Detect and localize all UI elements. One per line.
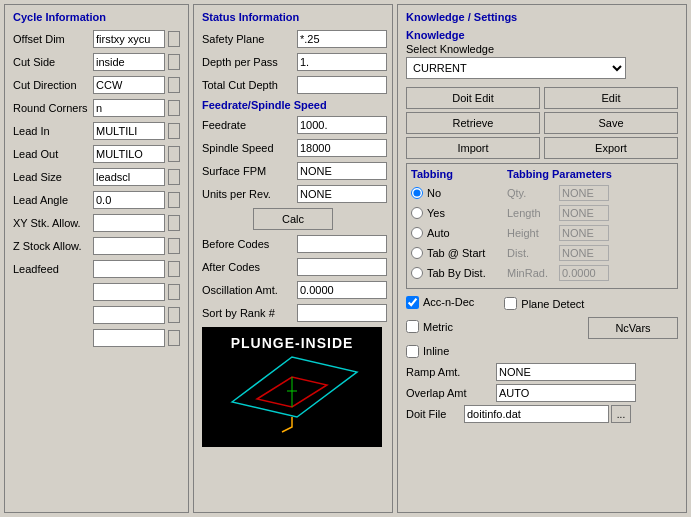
- after-codes-label: After Codes: [202, 261, 297, 273]
- extra-check-2[interactable]: [168, 307, 180, 323]
- feedrate-title: Feedrate/Spindle Speed: [202, 99, 384, 111]
- nc-vars-button[interactable]: NcVars: [588, 317, 678, 339]
- doit-file-browse-button[interactable]: ...: [611, 405, 631, 423]
- qty-row: Qty.: [507, 184, 673, 202]
- minrad-label: MinRad.: [507, 267, 559, 279]
- cut-direction-check[interactable]: [168, 77, 180, 93]
- tab-no-label: No: [427, 187, 441, 199]
- doit-file-input[interactable]: [464, 405, 609, 423]
- acc-ndec-check[interactable]: [406, 296, 419, 309]
- oscillation-amt-input[interactable]: [297, 281, 387, 299]
- total-cut-input[interactable]: [297, 76, 387, 94]
- height-input[interactable]: [559, 225, 609, 241]
- spindle-speed-input[interactable]: [297, 139, 387, 157]
- knowledge-select[interactable]: CURRENT: [406, 57, 626, 79]
- metric-check[interactable]: [406, 320, 419, 333]
- tab-no-radio[interactable]: [411, 187, 423, 199]
- calc-button[interactable]: Calc: [253, 208, 333, 230]
- leadfeed-check[interactable]: [168, 261, 180, 277]
- doit-edit-button[interactable]: Doit Edit: [406, 87, 540, 109]
- offset-dim-input[interactable]: [93, 30, 165, 48]
- metric-label: Metric: [423, 321, 453, 333]
- length-input[interactable]: [559, 205, 609, 221]
- xy-stk-input[interactable]: [93, 214, 165, 232]
- safety-plane-input[interactable]: [297, 30, 387, 48]
- sort-rank-input[interactable]: [297, 304, 387, 322]
- cut-direction-row: Cut Direction: [13, 75, 180, 95]
- doit-file-row: Doit File ...: [406, 405, 678, 423]
- dist-input[interactable]: [559, 245, 609, 261]
- feedrate-input[interactable]: [297, 116, 387, 134]
- tabbing-options: Tabbing No Yes Auto Tab @ Start: [411, 168, 501, 284]
- lead-size-label: Lead Size: [13, 171, 93, 183]
- knowledge-section: Knowledge Select Knowledge CURRENT Doit …: [406, 29, 678, 159]
- retrieve-button[interactable]: Retrieve: [406, 112, 540, 134]
- depth-pass-input[interactable]: [297, 53, 387, 71]
- extra-check-1[interactable]: [168, 284, 180, 300]
- lead-angle-check[interactable]: [168, 192, 180, 208]
- overlap-amt-input[interactable]: [496, 384, 636, 402]
- units-per-rev-label: Units per Rev.: [202, 188, 297, 200]
- after-codes-input[interactable]: [297, 258, 387, 276]
- minrad-input[interactable]: [559, 265, 609, 281]
- leadfeed-input[interactable]: [93, 260, 165, 278]
- qty-input[interactable]: [559, 185, 609, 201]
- extra-input-2[interactable]: [93, 306, 165, 324]
- spindle-speed-label: Spindle Speed: [202, 142, 297, 154]
- cut-side-row: Cut Side: [13, 52, 180, 72]
- inline-label: Inline: [423, 345, 449, 357]
- cut-direction-input[interactable]: [93, 76, 165, 94]
- lead-out-check[interactable]: [168, 146, 180, 162]
- cut-direction-label: Cut Direction: [13, 79, 93, 91]
- before-codes-input[interactable]: [297, 235, 387, 253]
- cut-side-input[interactable]: [93, 53, 165, 71]
- import-button[interactable]: Import: [406, 137, 540, 159]
- before-codes-label: Before Codes: [202, 238, 297, 250]
- cut-side-check[interactable]: [168, 54, 180, 70]
- lead-out-input[interactable]: [93, 145, 165, 163]
- units-per-rev-input[interactable]: [297, 185, 387, 203]
- knowledge-btn-row-3: Import Export: [406, 137, 678, 159]
- units-per-rev-row: Units per Rev.: [202, 184, 384, 204]
- ramp-amt-input[interactable]: [496, 363, 636, 381]
- lead-in-check[interactable]: [168, 123, 180, 139]
- before-codes-row: Before Codes: [202, 234, 384, 254]
- dist-row: Dist.: [507, 244, 673, 262]
- round-corners-check[interactable]: [168, 100, 180, 116]
- height-label: Height: [507, 227, 559, 239]
- tab-yes-radio[interactable]: [411, 207, 423, 219]
- export-button[interactable]: Export: [544, 137, 678, 159]
- lead-angle-label: Lead Angle: [13, 194, 93, 206]
- z-stock-row: Z Stock Allow.: [13, 236, 180, 256]
- offset-dim-check[interactable]: [168, 31, 180, 47]
- lead-size-input[interactable]: [93, 168, 165, 186]
- qty-label: Qty.: [507, 187, 559, 199]
- lead-angle-row: Lead Angle: [13, 190, 180, 210]
- extra-input-3[interactable]: [93, 329, 165, 347]
- tab-auto-radio[interactable]: [411, 227, 423, 239]
- edit-button[interactable]: Edit: [544, 87, 678, 109]
- save-button[interactable]: Save: [544, 112, 678, 134]
- round-corners-input[interactable]: [93, 99, 165, 117]
- lead-angle-input[interactable]: [93, 191, 165, 209]
- lead-size-row: Lead Size: [13, 167, 180, 187]
- metric-row: Metric: [406, 318, 453, 336]
- surface-fpm-input[interactable]: [297, 162, 387, 180]
- length-label: Length: [507, 207, 559, 219]
- tab-dist-row: Tab By Dist.: [411, 264, 501, 282]
- ramp-amt-label: Ramp Amt.: [406, 366, 496, 378]
- tab-dist-radio[interactable]: [411, 267, 423, 279]
- svg-marker-0: [232, 357, 357, 417]
- lead-size-check[interactable]: [168, 169, 180, 185]
- xy-stk-check[interactable]: [168, 215, 180, 231]
- z-stock-input[interactable]: [93, 237, 165, 255]
- lead-in-input[interactable]: [93, 122, 165, 140]
- extra-input-1[interactable]: [93, 283, 165, 301]
- inline-check[interactable]: [406, 345, 419, 358]
- tab-start-radio[interactable]: [411, 247, 423, 259]
- z-stock-check[interactable]: [168, 238, 180, 254]
- plane-detect-check[interactable]: [504, 297, 517, 310]
- dist-label: Dist.: [507, 247, 559, 259]
- extra-check-3[interactable]: [168, 330, 180, 346]
- tab-start-row: Tab @ Start: [411, 244, 501, 262]
